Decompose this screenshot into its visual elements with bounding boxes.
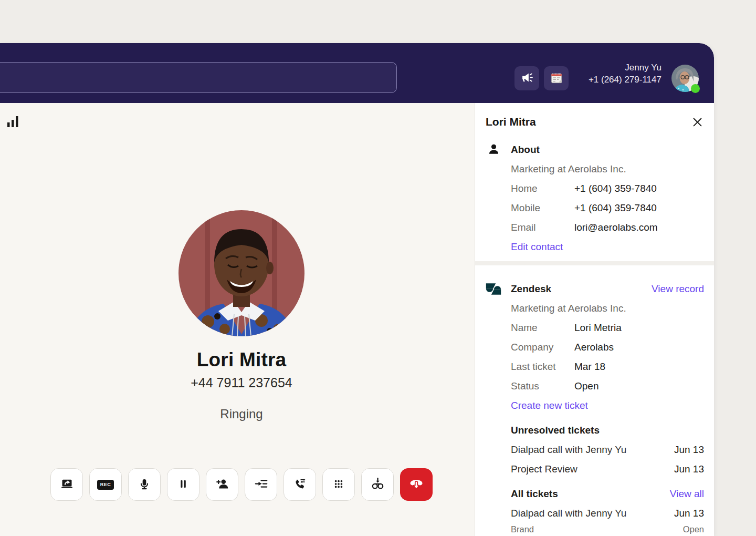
record-icon: REC	[97, 480, 114, 490]
voicemail-drop-button[interactable]	[361, 468, 394, 501]
field-label: Last ticket	[511, 357, 574, 376]
announcement-button[interactable]	[514, 66, 539, 90]
pause-icon	[176, 477, 190, 492]
current-user-info: Jenny Yu +1 (264) 279-1147	[589, 61, 662, 86]
about-row-email: Email lori@aerolabs.com	[511, 218, 704, 237]
close-sidebar-button[interactable]	[691, 116, 704, 130]
app-window: Jenny Yu +1 (264) 279-1147	[0, 43, 714, 536]
field-value: Open	[574, 376, 598, 396]
person-icon	[486, 143, 501, 156]
bar-chart-icon	[7, 123, 19, 131]
field-label: Name	[511, 318, 574, 337]
zendesk-heading: Zendesk	[511, 279, 551, 298]
zendesk-row-company: Company Aerolabs	[511, 337, 704, 357]
caller-phone: +44 7911 237654	[0, 375, 483, 390]
about-row-home: Home +1 (604) 359-7840	[511, 179, 704, 198]
caller-name: Lori Mitra	[0, 349, 483, 371]
call-controls: REC	[50, 468, 433, 501]
field-label: Home	[511, 179, 574, 198]
field-value: Aerolabs	[574, 337, 614, 357]
field-value: lori@aerolabs.com	[574, 218, 658, 237]
contact-sidebar: Lori Mitra	[475, 103, 714, 536]
transfer-call-button[interactable]	[284, 468, 316, 501]
call-status: Ringing	[0, 407, 483, 421]
ticket-date: Jun 13	[674, 440, 704, 459]
field-label: Status	[511, 376, 574, 396]
phone-transfer-icon	[293, 477, 307, 492]
caller-photo	[178, 210, 304, 336]
current-user-name: Jenny Yu	[589, 61, 662, 74]
end-call-button[interactable]	[400, 468, 433, 501]
field-value: Lori Metria	[574, 318, 622, 337]
record-button[interactable]: REC	[89, 468, 122, 501]
call-panel: Lori Mitra +44 7911 237654 Ringing	[0, 103, 475, 536]
ticket-brand: Brand	[511, 523, 534, 535]
topbar: Jenny Yu +1 (264) 279-1147	[0, 43, 714, 103]
field-value: Mar 18	[574, 357, 605, 376]
share-screen-button[interactable]	[50, 468, 83, 501]
field-label: Email	[511, 218, 574, 237]
about-card: Lori Mitra	[475, 103, 714, 261]
ticket-row[interactable]: Dialpad call with Jenny Yu Jun 13	[511, 503, 704, 523]
dialpad-icon	[332, 477, 345, 492]
zendesk-subtitle: Marketing at Aerolabs Inc.	[511, 298, 704, 318]
ticket-sub-row: Brand Open	[511, 523, 704, 535]
edit-contact-link[interactable]: Edit contact	[511, 237, 563, 256]
about-subtitle: Marketing at Aerolabs Inc.	[511, 159, 704, 179]
add-person-icon	[215, 477, 229, 492]
zendesk-row-status: Status Open	[511, 376, 704, 396]
megaphone-icon	[520, 70, 534, 86]
hold-button[interactable]	[167, 468, 200, 501]
ticket-date: Jun 13	[674, 459, 704, 479]
ticket-title: Project Review	[511, 459, 578, 479]
current-user-phone: +1 (264) 279-1147	[589, 74, 662, 86]
add-to-queue-button[interactable]	[245, 468, 277, 501]
ticket-row[interactable]: Project Review Jun 13	[511, 459, 704, 479]
search-input[interactable]	[0, 62, 397, 93]
avatar[interactable]	[671, 65, 699, 92]
field-value: +1 (604) 359-7840	[574, 179, 657, 198]
arrow-into-list-icon	[254, 477, 268, 492]
view-record-link[interactable]: View record	[652, 279, 704, 298]
field-label: Mobile	[511, 198, 574, 218]
dialpad-button[interactable]	[322, 468, 355, 501]
schedule-button[interactable]	[544, 66, 569, 90]
ticket-row[interactable]: Dialpad call with Jenny Yu Jun 13	[511, 440, 704, 459]
voicemail-icon	[371, 477, 385, 492]
mute-button[interactable]	[128, 468, 161, 501]
field-value: +1 (604) 359-7840	[574, 198, 657, 218]
unresolved-tickets-heading: Unresolved tickets	[511, 420, 600, 440]
desktop-background: Jenny Yu +1 (264) 279-1147	[0, 0, 756, 536]
ticket-date: Jun 13	[674, 503, 704, 523]
calendar-icon	[549, 70, 564, 87]
close-icon	[693, 120, 702, 128]
about-heading: About	[511, 140, 540, 159]
presence-indicator	[691, 84, 700, 93]
view-all-link[interactable]: View all	[670, 484, 704, 503]
sidebar-contact-title: Lori Mitra	[486, 115, 536, 129]
zendesk-row-last-ticket: Last ticket Mar 18	[511, 357, 704, 376]
ticket-title: Dialpad call with Jenny Yu	[511, 440, 626, 459]
ticket-title: Dialpad call with Jenny Yu	[511, 503, 626, 523]
create-new-ticket-link[interactable]: Create new ticket	[511, 396, 588, 415]
field-label: Company	[511, 337, 574, 357]
add-caller-button[interactable]	[206, 468, 238, 501]
about-row-mobile: Mobile +1 (604) 359-7840	[511, 198, 704, 218]
all-tickets-heading: All tickets	[511, 484, 558, 503]
call-stats-button[interactable]	[7, 116, 19, 131]
microphone-icon	[138, 477, 151, 492]
end-call-icon	[408, 476, 424, 493]
share-screen-icon	[60, 477, 74, 492]
zendesk-logo-icon	[486, 282, 501, 296]
zendesk-row-name: Name Lori Metria	[511, 318, 704, 337]
zendesk-card: Zendesk View record Marketing at Aerolab…	[475, 265, 714, 536]
ticket-status: Open	[683, 523, 704, 535]
